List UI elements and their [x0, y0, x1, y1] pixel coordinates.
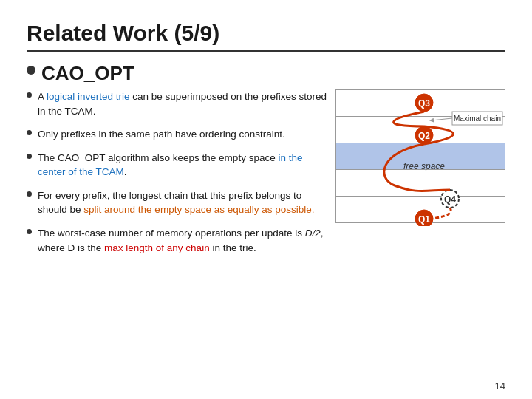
- tcam-row-free: [336, 143, 505, 170]
- page-number: 14: [495, 381, 505, 392]
- b5-italic: D/2: [305, 228, 321, 239]
- tcam-cell-q4: [336, 170, 505, 197]
- main-bullet: [27, 66, 35, 75]
- b5-normal1: The worst-case number of memory operatio…: [38, 228, 305, 239]
- b1-normal1: A: [38, 91, 47, 102]
- bullet-3: The CAO_OPT algorithm also keeps the emp…: [27, 151, 328, 180]
- bullet-1: A logical inverted trie can be superimpo…: [27, 89, 328, 118]
- slide-title: Related Work (5/9): [27, 21, 505, 46]
- tcam-row-q3: [336, 90, 505, 117]
- b2-normal: Only prefixes in the same path have orde…: [38, 129, 285, 140]
- tcam-table: [335, 89, 505, 223]
- tcam-cell-free: [336, 143, 505, 170]
- right-panel: Q3 Q2 free space Q4 Q1 Maximal chain: [335, 89, 505, 264]
- main-item: CAO_OPT: [27, 62, 505, 85]
- bullet-4-text: For every prefix, the longest chain that…: [38, 188, 328, 217]
- tcam-cell-q2: [336, 117, 505, 143]
- sub-bullet-3: [27, 154, 32, 159]
- tcam-row-q2: [336, 117, 505, 143]
- bullet-1-text: A logical inverted trie can be superimpo…: [38, 89, 328, 118]
- b5-normal3: in the trie.: [210, 242, 256, 253]
- b5-red: max length of any chain: [104, 242, 210, 253]
- tcam-row-q4: [336, 170, 505, 197]
- b3-normal2: .: [124, 166, 127, 177]
- b3-normal1: The CAO_OPT algorithm also keeps the emp…: [38, 152, 278, 163]
- content-area: A logical inverted trie can be superimpo…: [27, 89, 505, 264]
- b1-blue: logical inverted trie: [47, 91, 130, 102]
- bullet-3-text: The CAO_OPT algorithm also keeps the emp…: [38, 151, 328, 180]
- sub-bullet-2: [27, 130, 32, 135]
- tcam-row-q1: [336, 197, 505, 223]
- sub-bullet-1: [27, 92, 32, 98]
- tcam-cell-q3: [336, 90, 505, 117]
- title-divider: [27, 50, 505, 52]
- b4-orange: split around the empty space as equally …: [83, 204, 314, 215]
- left-panel: A logical inverted trie can be superimpo…: [27, 89, 328, 264]
- main-item-label: CAO_OPT: [41, 62, 134, 85]
- bullet-5-text: The worst-case number of memory operatio…: [38, 226, 328, 255]
- bullet-2-text: Only prefixes in the same path have orde…: [38, 127, 285, 142]
- sub-bullet-5: [27, 229, 32, 234]
- bullet-5: The worst-case number of memory operatio…: [27, 226, 328, 255]
- bullet-4: For every prefix, the longest chain that…: [27, 188, 328, 217]
- sub-bullet-4: [27, 191, 32, 197]
- slide: Related Work (5/9) CAO_OPT A logical inv…: [0, 0, 532, 399]
- tcam-cell-q1: [336, 197, 505, 223]
- bullet-2: Only prefixes in the same path have orde…: [27, 127, 328, 142]
